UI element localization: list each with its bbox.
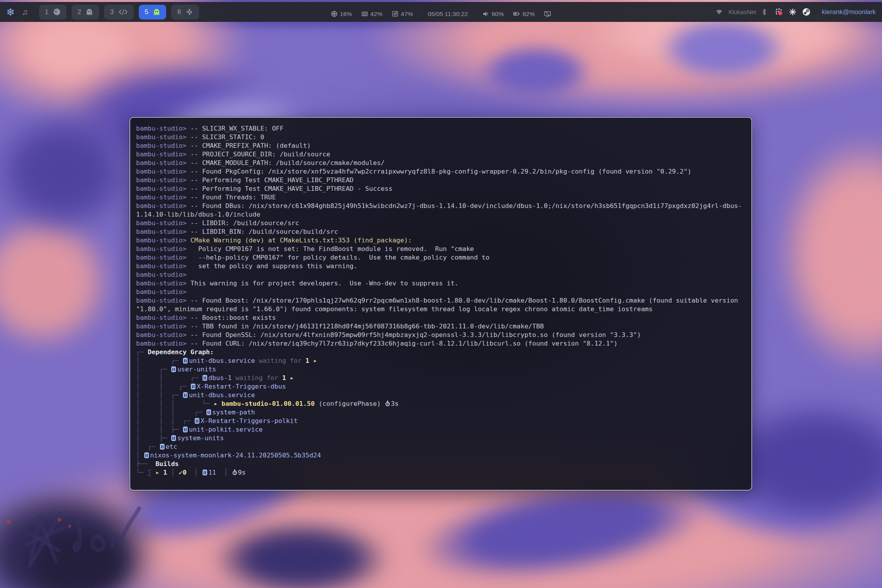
cpu-icon: [331, 11, 337, 17]
logged-in-user: kierank@moonlark: [822, 8, 876, 16]
ghost-icon: [153, 8, 160, 16]
pause-icon: [183, 358, 188, 364]
terminal-line: bambu-studio>: [136, 288, 746, 296]
workspace-number: 1: [45, 8, 48, 16]
terminal-line: bambu-studio> -- Found DBus: /nix/store/…: [136, 202, 746, 210]
tray-app-dots-icon[interactable]: [775, 8, 783, 16]
terminal-line: │ │ │ ┌─ system-path: [136, 408, 746, 417]
clock: 05/05 11:30:22: [428, 11, 468, 18]
terminal-line: bambu-studio> -- TBB found in /nix/store…: [136, 322, 746, 331]
terminal-line: bambu-studio>: [136, 271, 746, 279]
memory-icon: [361, 11, 368, 17]
terminal-line: │ │ │ ┌─ X-Restart-Triggers-polkit: [136, 417, 746, 425]
terminal-line: bambu-studio> --help-policy CMP0167" for…: [136, 253, 746, 262]
terminal-line: bambu-studio> set the policy and suppres…: [136, 262, 746, 271]
pause-icon: [144, 452, 149, 458]
desktop: ❄ ♫ 12358 16% 42% 47% 05/05 11:30:22 60%: [0, 0, 882, 588]
terminal-line: bambu-studio> -- LIBDIR_BIN: /build/sour…: [136, 228, 746, 236]
pinwheel-icon: [186, 8, 193, 16]
terminal-line: bambu-studio> -- Found PkgConfig: /nix/s…: [136, 167, 746, 176]
wifi-icon[interactable]: [715, 9, 723, 15]
terminal-line: bambu-studio> -- Found Threads: TRUE: [136, 193, 746, 202]
disk-stat: 47%: [392, 11, 413, 18]
workspace-number: 8: [177, 8, 181, 16]
terminal-line: │ │ ┌─ X-Restart-Triggers-dbus: [136, 382, 746, 391]
terminal-line: │ nixos-system-moonlark-24.11.20250505.5…: [136, 451, 746, 460]
terminal-line: bambu-studio> CMake Warning (dev) at CMa…: [136, 236, 746, 245]
network-ssid[interactable]: KlukasNet: [729, 9, 757, 16]
pause-icon: [203, 375, 207, 381]
terminal-line: ├── Builds: [136, 460, 746, 468]
system-tray: [775, 8, 810, 16]
terminal-line: bambu-studio> -- Boost::boost exists: [136, 314, 746, 322]
workspace-chip-2[interactable]: 2: [72, 5, 99, 20]
workspace-chip-5[interactable]: 5: [139, 5, 166, 20]
terminal-line: │ ├─ system-units: [136, 434, 746, 443]
volume-stat[interactable]: 60%: [483, 11, 504, 18]
terminal-line: ┌─ Dependency Graph:: [136, 348, 746, 357]
ghost-icon: [86, 8, 93, 16]
top-status-bar: ❄ ♫ 12358 16% 42% 47% 05/05 11:30:22 60%: [0, 2, 882, 22]
terminal-line: │ ┌─ user-units: [136, 365, 746, 374]
terminal-line: │ │ ├─ unit-polkit.service: [136, 425, 746, 434]
disk-icon: [392, 11, 398, 17]
nixos-snowflake-icon[interactable]: ❄: [6, 7, 15, 17]
workspace-number: 5: [145, 8, 148, 16]
memory-stat: 42%: [361, 11, 382, 18]
terminal-line: bambu-studio> -- SLIC3R_STATIC: 0: [136, 133, 746, 142]
workspace-number: 3: [110, 8, 113, 16]
battery-stat[interactable]: 62%: [513, 11, 535, 18]
terminal-line: bambu-studio> -- SLIC3R_WX_STABLE: OFF: [136, 124, 746, 133]
workspace-switcher: 12358: [39, 5, 199, 20]
terminal-window[interactable]: bambu-studio> -- SLIC3R_WX_STABLE: OFFba…: [129, 117, 752, 491]
bluetooth-icon[interactable]: [762, 8, 767, 16]
terminal-line: bambu-studio> Policy CMP0167 is not set:…: [136, 245, 746, 253]
terminal-line: │ │ │ └─ ▸ bambu-studio-01.00.01.50 (con…: [136, 400, 746, 408]
workspace-chip-8[interactable]: 8: [171, 5, 199, 20]
volume-icon: [483, 11, 489, 17]
terminal-line: └─ ∑ ▸ 1 │ ✔0 │ 11 │ 9s: [136, 468, 746, 477]
pause-icon: [183, 392, 188, 398]
terminal-line: bambu-studio> -- PROJECT_SOURCE_DIR: /bu…: [136, 150, 746, 159]
terminal-output: bambu-studio> -- SLIC3R_WX_STABLE: OFFba…: [136, 124, 746, 477]
terminal-line: bambu-studio> -- Found Boost: /nix/store…: [136, 296, 746, 305]
terminal-line: bambu-studio> -- LIBDIR: /build/source/s…: [136, 219, 746, 228]
stopwatch-icon: [233, 471, 237, 475]
pause-icon: [171, 366, 176, 372]
terminal-line: "1.80.0", minimum required is "1.66.0") …: [136, 305, 746, 314]
bar-right-modules: KlukasNet kierank@moonlark: [715, 8, 876, 16]
pause-icon: [171, 435, 176, 441]
terminal-line: bambu-studio> This warning is for projec…: [136, 279, 746, 288]
terminal-line: bambu-studio> -- Found OpenSSL: /nix/sto…: [136, 331, 746, 339]
terminal-line: │ │ ┌─ unit-dbus.service: [136, 391, 746, 400]
battery-icon: [513, 11, 520, 17]
pause-icon: [206, 409, 211, 415]
terminal-line: bambu-studio> -- Found CURL: /nix/store/…: [136, 339, 746, 348]
tray-starburst-icon[interactable]: [789, 8, 796, 16]
terminal-line: bambu-studio> -- Performing Test CMAKE_H…: [136, 185, 746, 193]
terminal-line: │ ┌─ etc: [136, 443, 746, 451]
browser-circle-icon: [53, 8, 61, 16]
terminal-line: │ │ ┌─ dbus-1 waiting for 1 ▸: [136, 374, 746, 382]
terminal-line: 1.14.10-lib/lib/dbus-1.0/include: [136, 210, 746, 219]
pause-icon: [191, 384, 195, 389]
bar-left-modules: ❄ ♫ 12358: [6, 5, 199, 20]
steam-tray-icon[interactable]: [802, 8, 810, 16]
monitor-off-icon: [544, 11, 551, 17]
workspace-number: 2: [77, 8, 81, 16]
workspace-chip-1[interactable]: 1: [39, 5, 66, 20]
terminal-line: bambu-studio> -- Performing Test CMAKE_H…: [136, 176, 746, 185]
terminal-line: │ ┌─ unit-dbus.service waiting for 1 ▸: [136, 357, 746, 365]
code-icon: [118, 9, 128, 15]
music-note-icon[interactable]: ♫: [22, 8, 28, 16]
system-stats: 16% 42% 47% 05/05 11:30:22 60% 62%: [331, 4, 551, 24]
workspace-chip-3[interactable]: 3: [104, 5, 133, 20]
screen-off-toggle[interactable]: [544, 11, 551, 17]
terminal-line: bambu-studio> -- CMAKE_MODULE_PATH: /bui…: [136, 159, 746, 167]
terminal-line: bambu-studio> -- CMAKE_PREFIX_PATH: (def…: [136, 142, 746, 150]
cpu-stat: 16%: [331, 11, 352, 18]
pause-icon: [160, 444, 165, 450]
pause-icon: [203, 470, 207, 475]
stopwatch-icon: [385, 402, 390, 406]
pause-icon: [195, 418, 199, 424]
